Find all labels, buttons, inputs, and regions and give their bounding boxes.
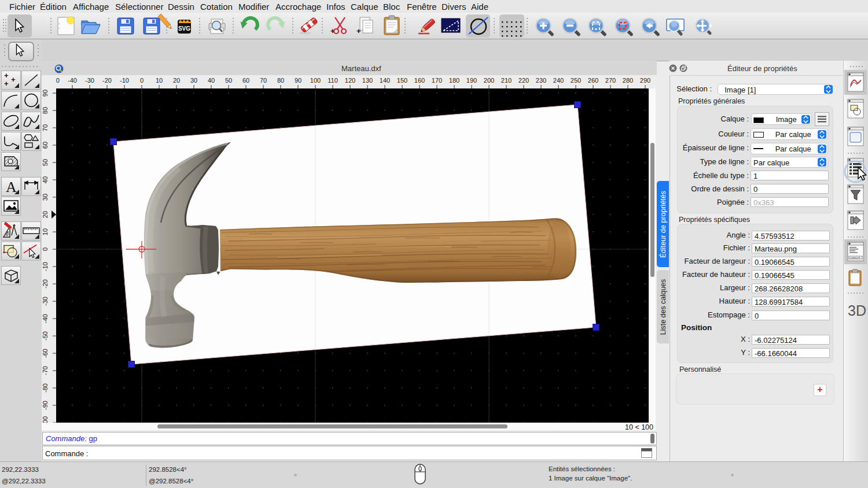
svg-text:0: 0 bbox=[140, 77, 144, 84]
svg-text:-50: -50 bbox=[56, 77, 60, 84]
svg-text:3D: 3D bbox=[848, 302, 866, 319]
svg-text:140: 140 bbox=[380, 77, 390, 84]
svg-text:70: 70 bbox=[260, 77, 267, 84]
svg-text:160: 160 bbox=[414, 77, 425, 84]
svg-text:-40: -40 bbox=[68, 77, 77, 84]
svg-text:-90: -90 bbox=[42, 401, 49, 410]
svg-text:90: 90 bbox=[42, 90, 49, 97]
svg-text:30: 30 bbox=[42, 194, 49, 201]
svg-text:SVG: SVG bbox=[178, 25, 190, 32]
svg-text:100: 100 bbox=[310, 77, 321, 84]
svg-text:50: 50 bbox=[225, 77, 232, 84]
svg-text:10: 10 bbox=[42, 228, 49, 235]
svg-text:-40: -40 bbox=[42, 314, 49, 323]
svg-text:130: 130 bbox=[362, 77, 373, 84]
svg-text:260: 260 bbox=[588, 77, 598, 84]
svg-text:30: 30 bbox=[190, 77, 197, 84]
svg-text:200: 200 bbox=[484, 77, 494, 84]
svg-text:+: + bbox=[4, 79, 9, 88]
svg-text:210: 210 bbox=[501, 77, 512, 84]
svg-text:20: 20 bbox=[42, 211, 49, 218]
svg-text:-10: -10 bbox=[42, 262, 49, 271]
svg-text:-10: -10 bbox=[120, 77, 129, 84]
svg-text:20: 20 bbox=[173, 77, 180, 84]
svg-text:-20: -20 bbox=[42, 279, 49, 289]
svg-text:60: 60 bbox=[242, 77, 249, 84]
svg-text:190: 190 bbox=[466, 77, 477, 84]
svg-text:170: 170 bbox=[432, 77, 442, 84]
svg-text:80: 80 bbox=[277, 77, 284, 84]
svg-text:-30: -30 bbox=[42, 297, 49, 306]
svg-text:120: 120 bbox=[345, 77, 355, 84]
svg-text:180: 180 bbox=[449, 77, 459, 84]
svg-text:-80: -80 bbox=[42, 383, 49, 393]
svg-text:90: 90 bbox=[295, 77, 301, 84]
svg-text:40: 40 bbox=[42, 176, 49, 183]
svg-text:40: 40 bbox=[208, 77, 215, 84]
svg-text:-20: -20 bbox=[102, 77, 112, 84]
svg-text:230: 230 bbox=[536, 77, 546, 84]
svg-text:60: 60 bbox=[42, 142, 49, 149]
svg-text:-100: -100 bbox=[42, 416, 49, 423]
svg-text:-60: -60 bbox=[42, 349, 49, 358]
svg-text:+: + bbox=[11, 75, 16, 84]
svg-text:-70: -70 bbox=[42, 366, 49, 375]
svg-text:80: 80 bbox=[42, 107, 49, 114]
svg-text:250: 250 bbox=[571, 77, 581, 84]
svg-text:10: 10 bbox=[156, 77, 163, 84]
svg-text:+: + bbox=[4, 71, 9, 80]
svg-text:50: 50 bbox=[42, 159, 49, 166]
svg-text:270: 270 bbox=[605, 77, 616, 84]
svg-text:240: 240 bbox=[553, 77, 564, 84]
svg-text:290: 290 bbox=[640, 77, 650, 84]
svg-text:220: 220 bbox=[518, 77, 529, 84]
svg-text:280: 280 bbox=[623, 77, 633, 84]
svg-text:-30: -30 bbox=[85, 77, 94, 84]
svg-text:150: 150 bbox=[397, 77, 407, 84]
svg-text:Command: Command bbox=[850, 257, 860, 259]
svg-text:A: A bbox=[6, 179, 17, 195]
svg-text:-50: -50 bbox=[42, 331, 49, 341]
svg-text:70: 70 bbox=[42, 124, 49, 131]
svg-text:0: 0 bbox=[42, 247, 49, 251]
svg-text:110: 110 bbox=[328, 77, 338, 84]
